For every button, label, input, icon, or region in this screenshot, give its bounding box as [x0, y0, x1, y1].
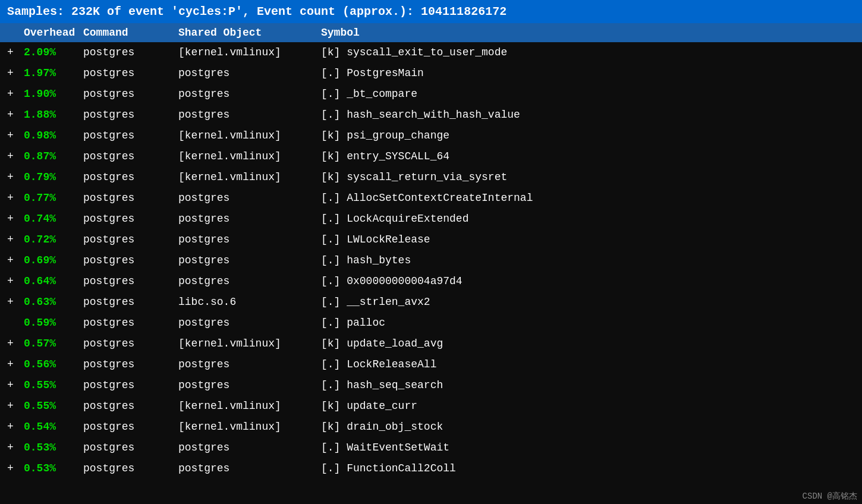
row-overhead: 0.56%	[24, 357, 83, 373]
row-command: postgres	[83, 86, 178, 102]
row-overhead: 0.87%	[24, 149, 83, 165]
row-shared-object: postgres	[178, 357, 321, 373]
row-symbol: [k] drain_obj_stock	[321, 419, 855, 435]
row-shared-object: postgres	[178, 273, 321, 289]
row-command: postgres	[83, 232, 178, 248]
header-row: Overhead Command Shared Object Symbol	[0, 23, 862, 42]
row-symbol: [.] hash_seq_search	[321, 377, 855, 393]
row-command: postgres	[83, 107, 178, 123]
row-overhead: 0.98%	[24, 128, 83, 144]
row-shared-object: libc.so.6	[178, 294, 321, 310]
row-overhead: 1.97%	[24, 65, 83, 81]
row-symbol: [k] syscall_return_via_sysret	[321, 169, 855, 185]
row-overhead: 0.59%	[24, 315, 83, 331]
row-overhead: 1.88%	[24, 107, 83, 123]
data-rows-container: +2.09%postgres[kernel.vmlinux][k] syscal…	[0, 42, 862, 479]
row-overhead: 0.69%	[24, 253, 83, 269]
table-row: +0.87%postgres[kernel.vmlinux][k] entry_…	[0, 146, 862, 167]
table-row: +0.53%postgrespostgres[.] FunctionCall2C…	[0, 458, 862, 479]
table-row: +0.53%postgrespostgres[.] WaitEventSetWa…	[0, 437, 862, 458]
row-symbol: [.] hash_search_with_hash_value	[321, 107, 855, 123]
row-command: postgres	[83, 377, 178, 393]
row-symbol: [.] LockReleaseAll	[321, 357, 855, 373]
row-shared-object: postgres	[178, 211, 321, 227]
row-shared-object: [kernel.vmlinux]	[178, 45, 321, 61]
row-overhead: 0.54%	[24, 419, 83, 435]
table-row: +1.88%postgrespostgres[.] hash_search_wi…	[0, 105, 862, 125]
row-overhead: 0.72%	[24, 232, 83, 248]
row-shared-object: postgres	[178, 86, 321, 102]
row-command: postgres	[83, 398, 178, 414]
row-plus: +	[7, 211, 24, 227]
row-plus: +	[7, 190, 24, 206]
header-plus-col	[7, 27, 24, 39]
row-overhead: 0.57%	[24, 336, 83, 352]
table-row: +0.56%postgrespostgres[.] LockReleaseAll	[0, 354, 862, 375]
row-command: postgres	[83, 440, 178, 456]
table-row: +1.90%postgrespostgres[.] _bt_compare	[0, 84, 862, 105]
row-plus: +	[7, 294, 24, 310]
row-command: postgres	[83, 169, 178, 185]
table-row: 0.59%postgrespostgres[.] palloc	[0, 313, 862, 333]
row-symbol: [.] LWLockRelease	[321, 232, 855, 248]
row-shared-object: postgres	[178, 377, 321, 393]
row-symbol: [k] update_load_avg	[321, 336, 855, 352]
row-command: postgres	[83, 419, 178, 435]
row-shared-object: [kernel.vmlinux]	[178, 128, 321, 144]
header-symbol: Symbol	[321, 27, 855, 39]
row-symbol: [k] psi_group_change	[321, 128, 855, 144]
row-plus: +	[7, 419, 24, 435]
row-command: postgres	[83, 128, 178, 144]
row-shared-object: [kernel.vmlinux]	[178, 419, 321, 435]
table-row: +0.64%postgrespostgres[.] 0x00000000004a…	[0, 271, 862, 292]
table-row: +0.77%postgrespostgres[.] AllocSetContex…	[0, 188, 862, 209]
header-command: Command	[83, 27, 178, 39]
row-plus	[7, 315, 24, 331]
row-shared-object: postgres	[178, 440, 321, 456]
row-symbol: [k] syscall_exit_to_user_mode	[321, 45, 855, 61]
table-row: +0.54%postgres[kernel.vmlinux][k] drain_…	[0, 417, 862, 437]
row-command: postgres	[83, 211, 178, 227]
row-plus: +	[7, 169, 24, 185]
row-plus: +	[7, 273, 24, 289]
row-plus: +	[7, 440, 24, 456]
table-row: +0.63%postgreslibc.so.6[.] __strlen_avx2	[0, 292, 862, 313]
row-overhead: 1.90%	[24, 86, 83, 102]
row-shared-object: [kernel.vmlinux]	[178, 398, 321, 414]
row-shared-object: postgres	[178, 107, 321, 123]
row-symbol: [k] entry_SYSCALL_64	[321, 149, 855, 165]
row-shared-object: postgres	[178, 65, 321, 81]
row-shared-object: postgres	[178, 315, 321, 331]
row-command: postgres	[83, 461, 178, 477]
row-plus: +	[7, 253, 24, 269]
row-plus: +	[7, 128, 24, 144]
row-command: postgres	[83, 65, 178, 81]
row-shared-object: postgres	[178, 253, 321, 269]
row-symbol: [.] hash_bytes	[321, 253, 855, 269]
row-overhead: 0.53%	[24, 461, 83, 477]
table-row: +0.79%postgres[kernel.vmlinux][k] syscal…	[0, 167, 862, 188]
row-command: postgres	[83, 149, 178, 165]
row-plus: +	[7, 65, 24, 81]
row-symbol: [.] __strlen_avx2	[321, 294, 855, 310]
row-symbol: [.] FunctionCall2Coll	[321, 461, 855, 477]
row-overhead: 0.77%	[24, 190, 83, 206]
row-shared-object: [kernel.vmlinux]	[178, 169, 321, 185]
row-shared-object: postgres	[178, 190, 321, 206]
row-command: postgres	[83, 336, 178, 352]
table-row: +0.72%postgrespostgres[.] LWLockRelease	[0, 229, 862, 250]
row-symbol: [.] WaitEventSetWait	[321, 440, 855, 456]
row-plus: +	[7, 398, 24, 414]
row-overhead: 0.55%	[24, 398, 83, 414]
row-overhead: 0.79%	[24, 169, 83, 185]
header-shared-object: Shared Object	[178, 27, 321, 39]
row-overhead: 0.55%	[24, 377, 83, 393]
row-shared-object: [kernel.vmlinux]	[178, 336, 321, 352]
title-bar: Samples: 232K of event 'cycles:P', Event…	[0, 0, 862, 23]
row-symbol: [.] 0x00000000004a97d4	[321, 273, 855, 289]
table-row: +0.98%postgres[kernel.vmlinux][k] psi_gr…	[0, 125, 862, 146]
row-overhead: 0.53%	[24, 440, 83, 456]
row-command: postgres	[83, 315, 178, 331]
terminal-window: Samples: 232K of event 'cycles:P', Event…	[0, 0, 862, 504]
row-symbol: [.] PostgresMain	[321, 65, 855, 81]
